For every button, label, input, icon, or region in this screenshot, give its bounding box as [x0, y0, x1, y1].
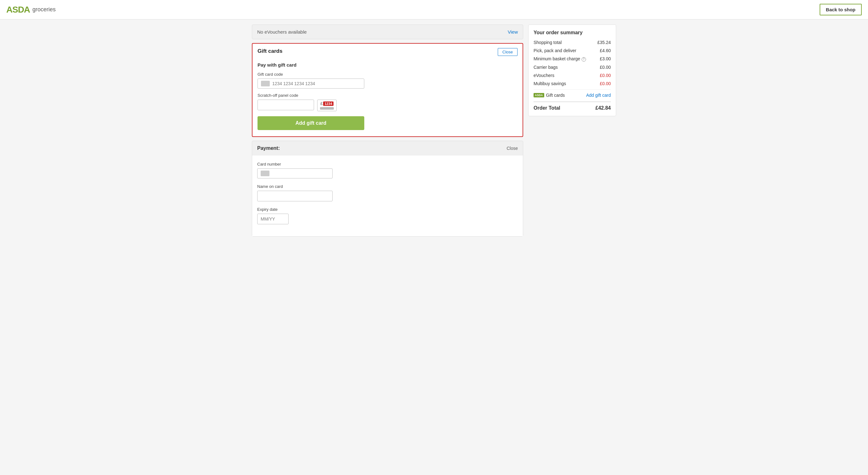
summary-row: Minimum basket charge?£3.00	[533, 56, 611, 62]
groceries-text: groceries	[32, 6, 56, 13]
expiry-label: Expiry date	[257, 207, 518, 212]
summary-row: eVouchers£0.00	[533, 73, 611, 78]
order-total-row: Order Total £42.84	[533, 101, 611, 111]
gift-cards-summary-row: ASDA Gift cards Add gift card	[533, 93, 611, 98]
summary-row: Carrier bags£0.00	[533, 65, 611, 70]
main-layout: No eVouchers available View Gift cards C…	[246, 20, 622, 242]
right-column: Your order summary Shopping total£35.24P…	[528, 25, 616, 237]
add-gift-card-button[interactable]: Add gift card	[257, 116, 364, 130]
payment-close-button[interactable]: Close	[506, 146, 518, 151]
gift-cards-body: Pay with gift card Gift card code Scratc…	[252, 59, 523, 136]
card-number-icon	[261, 171, 270, 176]
pound-sign: £	[320, 101, 322, 106]
scratch-code-badge: 1234	[323, 101, 333, 106]
card-number-input[interactable]	[272, 171, 329, 176]
left-column: No eVouchers available View Gift cards C…	[252, 25, 523, 237]
gift-cards-close-button[interactable]: Close	[498, 48, 518, 56]
scratch-row: £ 1234	[257, 99, 518, 111]
card-code-input-wrapper	[257, 79, 364, 89]
payment-title: Payment:	[257, 145, 280, 151]
name-on-card-input[interactable]	[257, 191, 333, 201]
evouchers-bar: No eVouchers available View	[252, 25, 523, 39]
asda-mini-logo: ASDA	[533, 93, 544, 97]
card-icon	[261, 81, 270, 86]
gift-cards-section: Gift cards Close Pay with gift card Gift…	[252, 43, 523, 137]
gift-cards-header: Gift cards Close	[252, 44, 523, 59]
summary-divider	[533, 89, 611, 90]
payment-body: Card number Name on card Expiry date	[252, 155, 523, 236]
back-to-shop-button[interactable]: Back to shop	[819, 4, 862, 16]
card-code-label: Gift card code	[257, 72, 518, 77]
summary-row: Pick, pack and deliver£4.60	[533, 48, 611, 53]
summary-row: Shopping total£35.24	[533, 40, 611, 45]
pay-with-label: Pay with gift card	[257, 62, 518, 67]
order-summary: Your order summary Shopping total£35.24P…	[528, 25, 616, 116]
gift-cards-summary-label: Gift cards	[546, 93, 565, 98]
scratch-label: Scratch-off panel code	[257, 93, 518, 98]
help-icon[interactable]: ?	[582, 57, 586, 62]
header: ASDA groceries Back to shop	[0, 0, 868, 20]
name-on-card-label: Name on card	[257, 184, 518, 189]
payment-section: Payment: Close Card number Name on card …	[252, 141, 523, 237]
logo-area: ASDA groceries	[6, 5, 56, 15]
order-total-label: Order Total	[533, 105, 560, 111]
gift-cards-left: ASDA Gift cards	[533, 93, 565, 98]
evouchers-message: No eVouchers available	[257, 29, 307, 35]
card-number-wrapper	[257, 168, 333, 178]
scratch-input[interactable]	[257, 99, 314, 110]
scratch-lines	[320, 107, 334, 110]
add-gift-card-link[interactable]: Add gift card	[586, 93, 611, 98]
order-total-value: £42.84	[595, 105, 611, 111]
asda-logo: ASDA	[6, 5, 30, 15]
expiry-input[interactable]	[257, 214, 288, 224]
scratch-icon-top: £ 1234	[320, 101, 334, 106]
card-number-label: Card number	[257, 162, 518, 167]
name-on-card-group: Name on card	[257, 184, 518, 201]
order-summary-title: Your order summary	[533, 30, 611, 35]
summary-rows: Shopping total£35.24Pick, pack and deliv…	[533, 40, 611, 86]
expiry-group: Expiry date	[257, 207, 518, 224]
gift-cards-title: Gift cards	[257, 48, 282, 54]
payment-header: Payment: Close	[252, 141, 523, 155]
evouchers-view-link[interactable]: View	[508, 29, 518, 35]
card-number-group: Card number	[257, 162, 518, 178]
card-code-input[interactable]	[272, 81, 361, 86]
summary-row: Multibuy savings£0.00	[533, 81, 611, 86]
scratch-icon-wrapper: £ 1234	[317, 99, 337, 111]
